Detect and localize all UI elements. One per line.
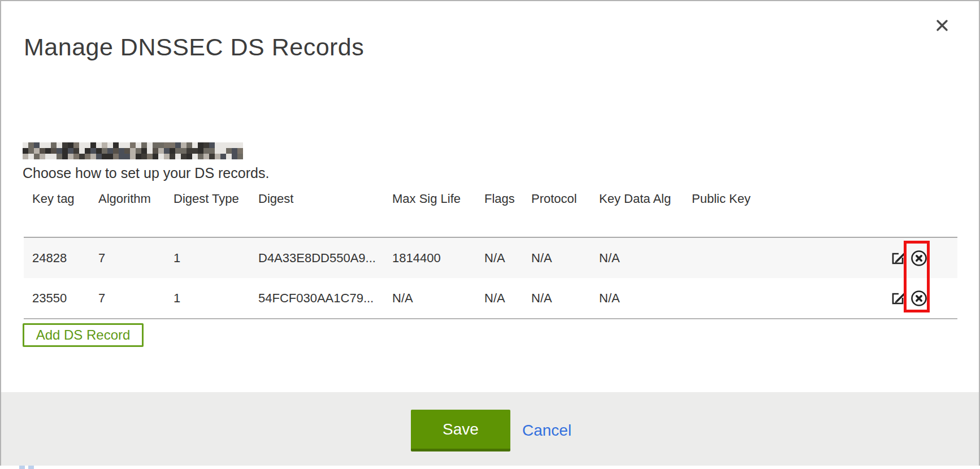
instruction-text: Choose how to set up your DS records. <box>23 165 269 181</box>
header-public-key: Public Key <box>683 189 815 237</box>
cell-actions <box>815 278 957 319</box>
table-row: 24828 7 1 D4A33E8DD550A9... 1814400 N/A … <box>24 237 957 278</box>
cell-key-data-alg: N/A <box>591 278 683 319</box>
header-key-tag: Key tag <box>24 189 90 237</box>
cell-digest: D4A33E8DD550A9... <box>250 237 384 278</box>
delete-record-icon <box>910 301 928 309</box>
save-button[interactable]: Save <box>411 410 510 451</box>
background-artifact <box>19 466 25 469</box>
cell-public-key <box>683 237 815 278</box>
page-title: Manage DNSSEC DS Records <box>24 33 364 61</box>
close-icon <box>935 26 949 34</box>
delete-record-icon <box>910 260 928 269</box>
background-behind-modal <box>0 466 980 469</box>
background-artifact <box>28 466 34 469</box>
cell-algorithm: 7 <box>90 237 165 278</box>
cell-key-tag: 24828 <box>24 237 90 278</box>
cell-key-data-alg: N/A <box>591 237 683 278</box>
cell-flags: N/A <box>476 237 523 278</box>
cell-max-sig-life: N/A <box>384 278 476 319</box>
cell-actions <box>815 237 957 278</box>
cell-digest-type: 1 <box>165 237 250 278</box>
redacted-domain-name <box>23 142 243 159</box>
add-ds-record-button[interactable]: Add DS Record <box>23 323 144 347</box>
header-algorithm: Algorithm <box>90 189 165 237</box>
edit-record-icon <box>890 260 907 268</box>
header-protocol: Protocol <box>523 189 591 237</box>
header-digest-type: Digest Type <box>165 189 250 237</box>
cell-max-sig-life: 1814400 <box>384 237 476 278</box>
delete-record-button[interactable] <box>910 249 928 267</box>
cell-key-tag: 23550 <box>24 278 90 319</box>
cell-flags: N/A <box>476 278 523 319</box>
header-key-data-alg: Key Data Alg <box>591 189 683 237</box>
ds-records-table-wrap: Key tag Algorithm Digest Type Digest Max… <box>24 189 957 319</box>
header-digest: Digest <box>250 189 384 237</box>
delete-record-button[interactable] <box>910 289 928 307</box>
ds-records-table: Key tag Algorithm Digest Type Digest Max… <box>24 189 957 319</box>
table-row: 23550 7 1 54FCF030AA1C79... N/A N/A N/A … <box>24 278 957 319</box>
cell-public-key <box>683 278 815 319</box>
edit-record-button[interactable] <box>890 290 907 307</box>
cell-digest: 54FCF030AA1C79... <box>250 278 384 319</box>
table-header-row: Key tag Algorithm Digest Type Digest Max… <box>24 189 957 237</box>
close-button[interactable] <box>935 18 949 33</box>
header-max-sig-life: Max Sig Life <box>384 189 476 237</box>
header-actions <box>815 189 957 237</box>
manage-dnssec-dialog: Manage DNSSEC DS Records Choose how to s… <box>0 0 980 466</box>
cell-digest-type: 1 <box>165 278 250 319</box>
edit-record-icon <box>890 300 907 309</box>
edit-record-button[interactable] <box>890 250 907 267</box>
dialog-footer: Save Cancel <box>1 392 979 466</box>
header-flags: Flags <box>476 189 523 237</box>
cell-algorithm: 7 <box>90 278 165 319</box>
cell-protocol: N/A <box>523 237 591 278</box>
cell-protocol: N/A <box>523 278 591 319</box>
cancel-button[interactable]: Cancel <box>522 422 571 440</box>
